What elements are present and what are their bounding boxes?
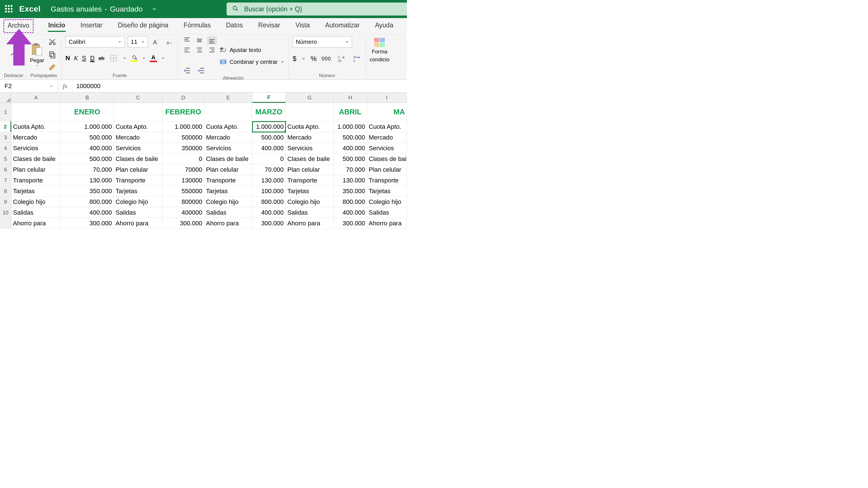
merge-center-button[interactable]: Combinar y centrar <box>220 58 284 66</box>
cell[interactable]: Colegio hijo <box>114 197 162 207</box>
decrease-font-button[interactable]: Av <box>164 37 174 47</box>
cell[interactable]: Clases de baile <box>114 154 162 164</box>
currency-button[interactable]: $ <box>293 55 297 63</box>
chevron-down-icon[interactable] <box>302 55 305 62</box>
cell[interactable]: Transporte <box>11 175 61 186</box>
underline-button[interactable]: S <box>82 55 86 62</box>
cell[interactable]: Salidas <box>204 207 252 218</box>
cell[interactable]: Tarjetas <box>286 186 334 197</box>
cell[interactable]: 500.000 <box>252 132 286 143</box>
bold-button[interactable]: N <box>66 55 70 62</box>
col-header-E[interactable]: E <box>204 93 252 103</box>
cell[interactable]: Transporte <box>114 175 162 186</box>
cell[interactable]: Servicios <box>11 143 61 154</box>
chevron-down-icon[interactable] <box>142 55 146 62</box>
cell[interactable]: Transporte <box>286 175 334 186</box>
cell[interactable]: Tarjetas <box>367 186 407 197</box>
cell[interactable]: 400.000 <box>334 143 367 154</box>
cell[interactable]: 1.000.000 <box>252 122 286 132</box>
cell[interactable]: Clases de baile <box>286 154 334 164</box>
cell[interactable]: 800.000 <box>61 197 114 207</box>
cell[interactable]: Servicios <box>204 143 252 154</box>
cell[interactable]: Colegio hijo <box>204 197 252 207</box>
cell[interactable]: 800.000 <box>252 197 286 207</box>
col-header-C[interactable]: C <box>114 93 162 103</box>
tab-diseno[interactable]: Diseño de página <box>117 19 169 33</box>
font-size-combo[interactable]: 11 <box>128 36 148 47</box>
font-name-combo[interactable]: Calibri <box>66 36 125 47</box>
cell[interactable]: ENERO <box>61 103 114 122</box>
cell[interactable]: Mercado <box>11 132 61 143</box>
cell[interactable]: Colegio hijo <box>11 197 61 207</box>
cell[interactable]: FEBRERO <box>162 103 204 122</box>
tab-ayuda[interactable]: Ayuda <box>374 19 394 33</box>
cell[interactable]: Cuota Apto. <box>367 122 407 132</box>
col-header-F[interactable]: F <box>252 93 286 103</box>
align-right-button[interactable] <box>207 46 217 54</box>
fx-button[interactable]: fx <box>58 79 72 92</box>
double-underline-button[interactable]: D <box>90 55 95 62</box>
font-color-button[interactable]: A <box>150 54 157 62</box>
cell[interactable]: 0 <box>162 154 204 164</box>
cell[interactable]: Plan celular <box>114 164 162 175</box>
cell[interactable]: Ahorro para <box>11 218 61 229</box>
cut-button[interactable] <box>47 37 57 47</box>
increase-decimal-button[interactable]: .0.00 <box>336 54 346 64</box>
cell[interactable]: Ahorro para <box>204 218 252 229</box>
col-header-I[interactable]: I <box>367 93 407 103</box>
align-center-button[interactable] <box>195 46 204 54</box>
cell[interactable]: Ahorro para <box>286 218 334 229</box>
cell[interactable] <box>286 103 334 122</box>
increase-font-button[interactable]: A^ <box>151 37 161 47</box>
col-header-A[interactable]: A <box>11 93 61 103</box>
cell[interactable]: 1.000.000 <box>162 122 204 132</box>
cell[interactable]: 130.000 <box>252 175 286 186</box>
cell[interactable]: Salidas <box>367 207 407 218</box>
row-header[interactable]: 1 <box>0 103 11 122</box>
decrease-indent-button[interactable] <box>182 66 192 76</box>
cell[interactable]: Plan celular <box>367 164 407 175</box>
cell[interactable]: Servicios <box>286 143 334 154</box>
cell[interactable]: MARZO <box>252 103 286 122</box>
cell[interactable]: Plan celular <box>204 164 252 175</box>
cell[interactable]: Clases de bail <box>367 154 407 164</box>
col-header-B[interactable]: B <box>61 93 114 103</box>
row-header[interactable]: 4 <box>0 143 11 154</box>
cell[interactable]: 400.000 <box>61 143 114 154</box>
cell[interactable]: 70.000 <box>61 164 114 175</box>
align-top-button[interactable] <box>182 36 192 44</box>
cell[interactable]: Transporte <box>367 175 407 186</box>
cell[interactable]: ABRIL <box>334 103 367 122</box>
strikethrough-button[interactable]: ab <box>99 55 104 62</box>
cell[interactable]: 1.000.000 <box>61 122 114 132</box>
row-header[interactable]: 10 <box>0 207 11 218</box>
tab-insertar[interactable]: Insertar <box>80 19 103 33</box>
col-header-D[interactable]: D <box>162 93 204 103</box>
cell[interactable]: Ahorro para <box>114 218 162 229</box>
tab-vista[interactable]: Vista <box>295 19 311 33</box>
cell[interactable]: 300.000 <box>252 218 286 229</box>
cell[interactable]: Plan celular <box>286 164 334 175</box>
cell[interactable] <box>11 103 61 122</box>
cell[interactable]: Mercado <box>114 132 162 143</box>
cell[interactable]: 500.000 <box>334 132 367 143</box>
cell[interactable]: Mercado <box>204 132 252 143</box>
cell[interactable]: 500000 <box>162 132 204 143</box>
cell[interactable]: 400000 <box>162 207 204 218</box>
name-box[interactable]: F2 <box>0 79 58 92</box>
format-painter-button[interactable] <box>47 63 57 73</box>
cell[interactable]: 400.000 <box>61 207 114 218</box>
cell[interactable]: 130000 <box>162 175 204 186</box>
decrease-decimal-button[interactable]: .00.0 <box>351 54 362 64</box>
tab-datos[interactable]: Datos <box>225 19 244 33</box>
cell[interactable]: Cuota Apto. <box>286 122 334 132</box>
cell[interactable]: Tarjetas <box>114 186 162 197</box>
paste-button[interactable]: Pegar <box>30 43 44 67</box>
cell[interactable]: Transporte <box>204 175 252 186</box>
cell[interactable] <box>204 103 252 122</box>
cell[interactable]: Tarjetas <box>11 186 61 197</box>
copy-button[interactable] <box>47 50 57 60</box>
italic-button[interactable]: K <box>74 55 78 62</box>
row-header[interactable]: 7 <box>0 175 11 186</box>
cell[interactable]: 500.000 <box>61 154 114 164</box>
